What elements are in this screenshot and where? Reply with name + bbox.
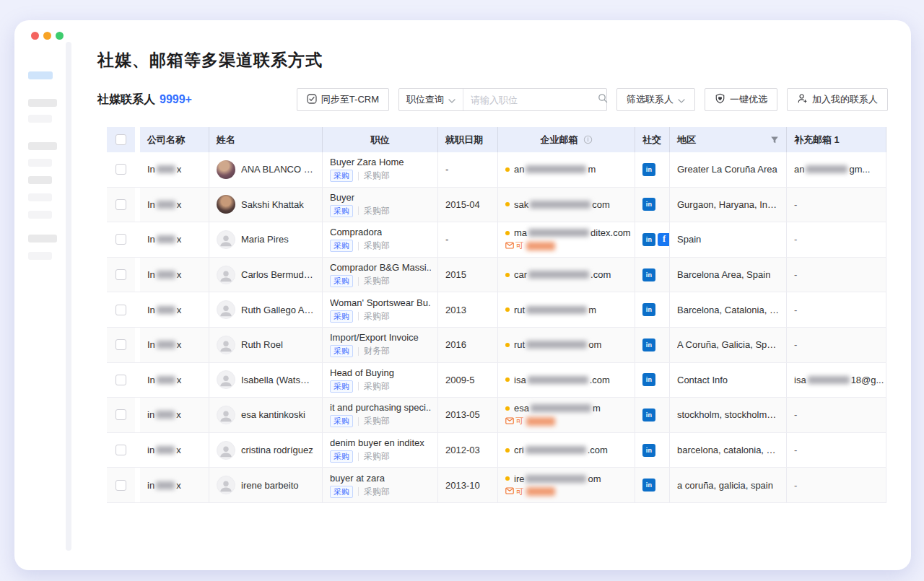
sidebar-item-placeholder: [28, 99, 57, 107]
select-all-checkbox[interactable]: [116, 134, 126, 145]
linkedin-icon[interactable]: in: [642, 163, 655, 176]
redacted-text: [157, 235, 175, 243]
one-click-optimize-button[interactable]: 一键优选: [705, 88, 777, 111]
info-icon[interactable]: [583, 135, 593, 144]
role-tag: 采购: [330, 415, 353, 427]
person-plus-icon: [797, 93, 808, 106]
position-cell: buyer at zara 采购采购部: [323, 468, 438, 502]
row-checkbox[interactable]: [116, 269, 126, 280]
department-label: 采购部: [364, 170, 390, 182]
zoom-window-button[interactable]: [56, 32, 64, 40]
role-tag: 采购: [330, 380, 353, 393]
envelope-icon: [505, 487, 514, 496]
name-cell: Isabella (Watson) L...: [209, 363, 323, 398]
company-cell: Inx: [140, 152, 209, 187]
linkedin-icon[interactable]: in: [642, 444, 655, 457]
redacted-text: [157, 165, 175, 173]
name-cell: cristina rodríguez: [209, 433, 323, 468]
department-label: 财务部: [364, 345, 390, 357]
header-date: 就职日期: [438, 127, 498, 152]
close-window-button[interactable]: [31, 32, 39, 40]
role-tag: 采购: [330, 170, 353, 182]
email-status-dot: [505, 273, 510, 277]
header-social: 社交: [635, 127, 670, 152]
row-checkbox[interactable]: [116, 234, 126, 245]
toolbar: 社媒联系人9999+ 同步至T-CRM 职位查询: [97, 88, 888, 111]
minimize-window-button[interactable]: [43, 32, 51, 40]
row-checkbox[interactable]: [116, 164, 126, 175]
company-cell: Inx: [140, 363, 209, 398]
redacted-text: [526, 306, 587, 314]
deliverable-badge: 可: [505, 416, 557, 427]
page-title: 社媒、邮箱等多渠道联系方式: [97, 49, 323, 71]
filter-funnel-icon[interactable]: [770, 136, 779, 144]
email-cell: maditex.com 可: [498, 222, 635, 257]
linkedin-icon[interactable]: in: [642, 409, 655, 421]
linkedin-icon[interactable]: in: [642, 373, 655, 386]
date-cell: -: [438, 152, 498, 187]
row-checkbox[interactable]: [116, 409, 126, 420]
email-status-dot: [505, 202, 510, 206]
social-cell: in: [635, 398, 670, 432]
name-cell: Ruth Roel: [209, 328, 323, 362]
email-status-dot: [505, 406, 510, 411]
envelope-icon: [505, 417, 514, 426]
position-search-input[interactable]: [471, 95, 598, 105]
redacted-text: [531, 404, 591, 412]
redacted-text: [157, 201, 175, 209]
department-label: 采购部: [364, 275, 390, 287]
name-cell: Carlos Bermudo Cr...: [209, 258, 323, 292]
table-row: inx cristina rodríguez denim buyer en in…: [107, 433, 886, 468]
filter-contacts-label: 筛选联系人: [627, 93, 674, 106]
sidebar-item-placeholder: [28, 193, 52, 201]
linkedin-icon[interactable]: in: [642, 338, 655, 351]
linkedin-icon[interactable]: in: [642, 303, 655, 316]
table-row: inx irene barbeito buyer at zara 采购采购部 2…: [107, 468, 886, 503]
chevron-down-icon: [448, 95, 456, 105]
name-cell: ANA BLANCO REY: [209, 152, 323, 187]
row-checkbox[interactable]: [116, 199, 126, 210]
region-cell: stockholm, stockholms ...: [670, 398, 787, 432]
table-header-row: 公司名称 姓名 职位 就职日期 企业邮箱 社交 地区 补充邮箱 1: [107, 127, 886, 152]
sync-to-tcrm-button[interactable]: 同步至T-CRM: [297, 88, 389, 111]
position-query-dropdown[interactable]: 职位查询: [399, 89, 463, 110]
add-to-my-contacts-button[interactable]: 加入我的联系人: [787, 88, 888, 111]
sidebar-divider: [66, 42, 71, 551]
filter-contacts-button[interactable]: 筛选联系人: [616, 88, 695, 111]
row-checkbox[interactable]: [116, 375, 126, 385]
avatar-placeholder: [217, 266, 235, 284]
sidebar-item-placeholder: [28, 252, 52, 260]
redacted-text: [526, 165, 586, 173]
avatar-placeholder: [217, 300, 235, 319]
row-checkbox[interactable]: [116, 480, 126, 491]
position-cell: Head of Buying 采购采购部: [323, 363, 438, 398]
department-label: 采购部: [364, 205, 390, 217]
department-label: 采购部: [364, 240, 390, 252]
email-cell: esam 可: [498, 398, 635, 432]
position-cell: it and purchasing speci... 采购采购部: [323, 398, 438, 432]
role-tag: 采购: [330, 486, 353, 498]
linkedin-icon[interactable]: in: [642, 479, 655, 492]
linkedin-icon[interactable]: in: [642, 233, 655, 246]
tcrm-logo-icon: [307, 94, 317, 106]
row-checkbox[interactable]: [116, 445, 126, 455]
email-status-dot: [505, 377, 510, 382]
contacts-count: 9999+: [160, 93, 192, 105]
linkedin-icon[interactable]: in: [642, 198, 655, 211]
facebook-icon[interactable]: f: [658, 233, 670, 246]
linkedin-icon[interactable]: in: [642, 268, 655, 281]
row-checkbox[interactable]: [116, 339, 126, 350]
date-cell: 2015-04: [438, 188, 498, 222]
sidebar-item-active-placeholder: [28, 71, 53, 79]
table-row: Inx Isabella (Watson) L... Head of Buyin…: [107, 363, 886, 398]
supp-email-cell: -: [787, 433, 886, 468]
name-cell: irene barbeito: [209, 468, 323, 502]
email-cell: sakcom: [498, 188, 635, 222]
row-checkbox[interactable]: [116, 305, 126, 315]
add-to-my-contacts-label: 加入我的联系人: [812, 93, 878, 106]
position-cell: Buyer 采购采购部: [323, 188, 438, 222]
redacted-text: [526, 475, 586, 483]
table-row: Inx Maria Pires Compradora 采购采购部 - madit…: [107, 222, 886, 258]
search-icon[interactable]: [598, 93, 608, 106]
email-status-dot: [505, 307, 510, 312]
